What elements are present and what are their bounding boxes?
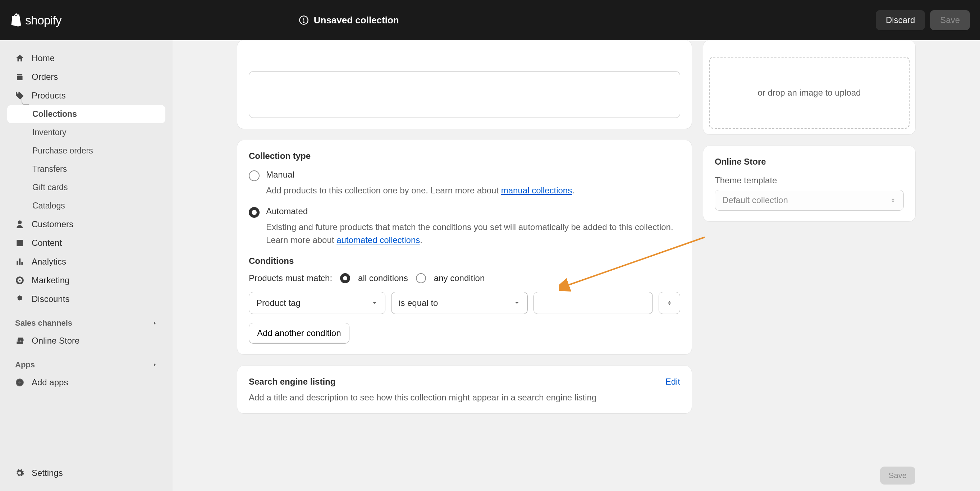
sidebar-item-gift-cards[interactable]: Gift cards <box>7 178 165 197</box>
main-content: Collection type Manual Add products to t… <box>173 40 980 491</box>
shopify-logo[interactable]: shopify <box>10 13 62 27</box>
discount-icon <box>15 294 24 304</box>
theme-template-select[interactable]: Default collection <box>715 190 904 211</box>
chart-icon <box>15 257 24 266</box>
radio-all-conditions[interactable] <box>340 273 350 283</box>
sidebar-item-online-store[interactable]: Online Store <box>7 331 165 350</box>
shopify-bag-icon <box>10 13 22 27</box>
description-card <box>237 40 692 129</box>
sidebar-section-label: Apps <box>15 360 35 370</box>
condition-value-input[interactable] <box>533 292 653 314</box>
sidebar-item-customers[interactable]: Customers <box>7 215 165 234</box>
add-another-condition-button[interactable]: Add another condition <box>249 323 350 344</box>
radio-automated[interactable]: Automated <box>249 206 680 218</box>
condition-sort-button[interactable] <box>659 292 680 314</box>
shopify-wordmark: shopify <box>25 13 62 27</box>
sidebar-item-label: Settings <box>32 468 63 478</box>
gear-icon <box>15 468 24 478</box>
sidebar-item-home[interactable]: Home <box>7 49 165 68</box>
sidebar-item-catalogs[interactable]: Catalogs <box>7 197 165 215</box>
sidebar-item-label: Customers <box>32 219 73 229</box>
save-button-bottom[interactable]: Save <box>880 467 915 485</box>
sidebar-item-orders[interactable]: Orders <box>7 68 165 86</box>
sidebar-item-purchase-orders[interactable]: Purchase orders <box>7 141 165 160</box>
online-store-title: Online Store <box>715 157 904 167</box>
condition-operator-select[interactable]: is equal to <box>391 292 528 314</box>
sidebar: Home Orders Products Collections Invento… <box>0 40 173 491</box>
chevron-down-icon <box>514 300 520 306</box>
automated-collections-link[interactable]: automated collections <box>336 235 420 245</box>
description-textarea[interactable] <box>249 71 680 118</box>
discard-button[interactable]: Discard <box>876 10 925 30</box>
footer: Save <box>880 467 915 485</box>
sidebar-item-label: Inventory <box>32 128 67 137</box>
select-value: is equal to <box>399 298 438 308</box>
sidebar-item-label: Analytics <box>32 257 66 267</box>
sidebar-item-products[interactable]: Products <box>7 86 165 105</box>
sidebar-item-label: Gift cards <box>32 183 68 192</box>
condition-field-select[interactable]: Product tag <box>249 292 385 314</box>
sidebar-item-analytics[interactable]: Analytics <box>7 252 165 271</box>
store-icon <box>15 336 24 345</box>
seo-description: Add a title and description to see how t… <box>249 392 680 403</box>
chevron-down-icon <box>371 300 378 306</box>
sidebar-item-label: Products <box>32 91 66 101</box>
seo-title: Search engine listing <box>249 377 336 387</box>
save-button[interactable]: Save <box>930 10 970 30</box>
sidebar-item-collections[interactable]: Collections <box>7 105 165 123</box>
select-updown-icon <box>890 196 896 205</box>
sidebar-item-marketing[interactable]: Marketing <box>7 271 165 290</box>
topbar: shopify Unsaved collection Discard Save <box>0 0 980 40</box>
conditions-title: Conditions <box>249 256 680 266</box>
sidebar-item-settings[interactable]: Settings <box>7 464 165 482</box>
person-icon <box>15 219 24 229</box>
radio-label: Manual <box>266 170 294 180</box>
sidebar-item-label: Catalogs <box>32 201 65 211</box>
orders-icon <box>15 72 24 82</box>
sidebar-section-sales-channels[interactable]: Sales channels <box>7 308 165 331</box>
sidebar-item-content[interactable]: Content <box>7 234 165 252</box>
sidebar-section-label: Sales channels <box>15 318 72 328</box>
theme-template-label: Theme template <box>715 175 904 186</box>
seo-edit-button[interactable]: Edit <box>665 377 680 387</box>
sidebar-item-label: Add apps <box>32 377 68 388</box>
sidebar-item-discounts[interactable]: Discounts <box>7 290 165 308</box>
manual-collections-link[interactable]: manual collections <box>501 186 572 195</box>
manual-description: Add products to this collection one by o… <box>266 184 680 197</box>
select-value: Product tag <box>256 298 301 308</box>
page-title: Unsaved collection <box>314 15 399 26</box>
plus-circle-icon <box>15 378 24 387</box>
match-label: Products must match: <box>249 273 332 283</box>
sidebar-item-inventory[interactable]: Inventory <box>7 123 165 141</box>
chevron-right-icon <box>153 362 158 367</box>
target-icon <box>15 276 24 285</box>
image-upload-card: or drop an image to upload <box>703 40 915 134</box>
image-drop-zone[interactable]: or drop an image to upload <box>709 57 910 129</box>
chevron-right-icon <box>153 321 158 326</box>
sidebar-item-label: Content <box>32 238 62 248</box>
sidebar-item-label: Orders <box>32 72 58 82</box>
alert-icon <box>299 15 309 25</box>
condition-row: Product tag is equal to <box>249 292 680 314</box>
radio-icon <box>249 170 259 181</box>
sort-icon <box>666 299 673 307</box>
sidebar-item-label: Online Store <box>32 336 80 346</box>
sidebar-item-label: Discounts <box>32 294 69 304</box>
radio-any-condition[interactable] <box>416 273 426 283</box>
seo-card: Search engine listing Edit Add a title a… <box>237 366 692 413</box>
sidebar-item-label: Marketing <box>32 275 69 285</box>
image-icon <box>15 238 24 248</box>
home-icon <box>15 54 24 63</box>
radio-all-label: all conditions <box>358 273 408 283</box>
radio-manual[interactable]: Manual <box>249 170 680 181</box>
collection-type-card: Collection type Manual Add products to t… <box>237 140 692 354</box>
sidebar-item-label: Home <box>32 53 55 63</box>
radio-label: Automated <box>266 206 308 216</box>
collection-type-title: Collection type <box>249 151 680 161</box>
online-store-card: Online Store Theme template Default coll… <box>703 146 915 221</box>
sidebar-item-transfers[interactable]: Transfers <box>7 160 165 178</box>
sidebar-section-apps[interactable]: Apps <box>7 350 165 373</box>
radio-any-label: any condition <box>434 273 485 283</box>
drop-hint: or drop an image to upload <box>758 88 861 98</box>
sidebar-item-add-apps[interactable]: Add apps <box>7 373 165 392</box>
